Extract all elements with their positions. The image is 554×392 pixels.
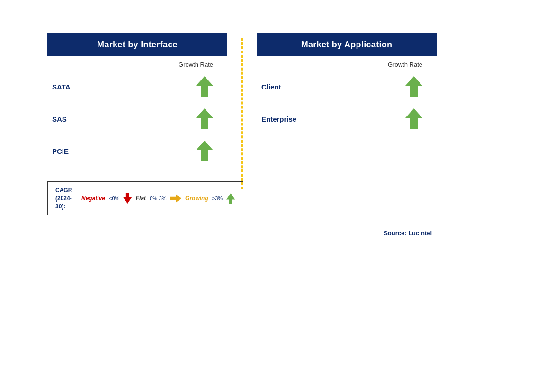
sata-row: SATA [47, 71, 227, 103]
sata-label: SATA [52, 83, 71, 91]
negative-arrow-icon [123, 192, 132, 205]
divider [241, 33, 242, 237]
left-panel-title: Market by Interface [97, 40, 178, 49]
svg-marker-3 [123, 193, 132, 204]
enterprise-label: Enterprise [261, 115, 296, 123]
legend-growing-label: Growing [185, 195, 208, 202]
svg-marker-7 [405, 108, 422, 129]
growing-arrow-icon [226, 192, 235, 205]
legend-cagr-label: CAGR (2024-30): [55, 187, 78, 210]
sas-row: SAS [47, 103, 227, 135]
client-arrow-icon [405, 76, 422, 97]
svg-marker-6 [405, 76, 422, 97]
pcie-arrow-icon [196, 141, 213, 161]
svg-marker-2 [196, 141, 213, 161]
legend-growing-value: >3% [212, 196, 223, 201]
right-panel: Market by Application Growth Rate Client… [257, 33, 437, 237]
svg-marker-1 [196, 108, 213, 129]
right-panel-header: Market by Application [257, 33, 437, 56]
client-label: Client [261, 83, 281, 91]
sas-label: SAS [52, 115, 67, 123]
client-row: Client [257, 71, 437, 103]
flat-arrow-icon [170, 194, 181, 203]
legend-flat-value: 0%-3% [150, 196, 166, 201]
enterprise-arrow-icon [405, 108, 422, 129]
legend-flat-label: Flat [136, 195, 146, 202]
right-growth-rate-label: Growth Rate [257, 56, 437, 71]
pcie-row: PCIE [47, 135, 227, 167]
svg-marker-4 [170, 195, 181, 203]
svg-marker-5 [226, 193, 235, 204]
source-text: Source: Lucintel [257, 230, 437, 237]
legend-box: CAGR (2024-30): Negative <0% Flat 0%-3% … [47, 181, 243, 215]
pcie-label: PCIE [52, 147, 69, 155]
legend-negative-value: <0% [109, 196, 119, 201]
left-panel: Market by Interface Growth Rate SATA SAS… [47, 33, 227, 237]
right-panel-title: Market by Application [301, 40, 393, 49]
left-panel-header: Market by Interface [47, 33, 227, 56]
svg-marker-0 [196, 76, 213, 97]
dashed-divider-line [241, 38, 243, 189]
sas-arrow-icon [196, 108, 213, 129]
enterprise-row: Enterprise [257, 103, 437, 135]
legend-negative-label: Negative [81, 195, 105, 202]
sata-arrow-icon [196, 76, 213, 97]
left-growth-rate-label: Growth Rate [47, 56, 227, 71]
